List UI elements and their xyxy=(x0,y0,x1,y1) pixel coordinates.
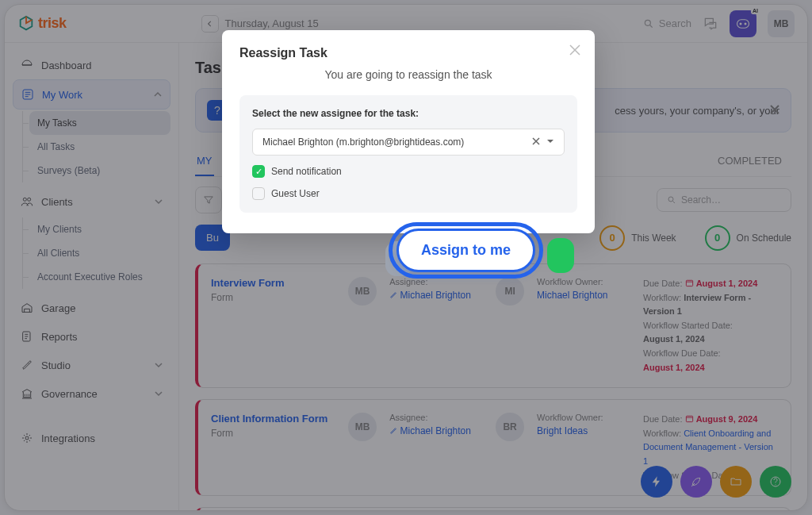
close-icon xyxy=(569,44,580,56)
assignee-select[interactable]: Michael Brighton (m.brighton@brightideas… xyxy=(252,129,565,156)
modal-subtitle: You are going to reassign the task xyxy=(239,68,577,81)
chevron-down-icon[interactable] xyxy=(546,136,554,148)
guest-user-checkbox[interactable] xyxy=(252,187,265,200)
select-label: Select the new assignee for the task: xyxy=(252,108,565,119)
reassign-modal: Reassign Task You are going to reassign … xyxy=(222,30,595,233)
modal-title: Reassign Task xyxy=(239,46,577,60)
clear-icon[interactable] xyxy=(532,136,540,148)
send-notification-checkbox[interactable]: ✓ xyxy=(252,165,265,178)
assign-to-me-button[interactable]: Assign to me xyxy=(396,229,535,272)
decorative-bubble xyxy=(547,238,574,273)
modal-close-button[interactable] xyxy=(569,43,580,60)
